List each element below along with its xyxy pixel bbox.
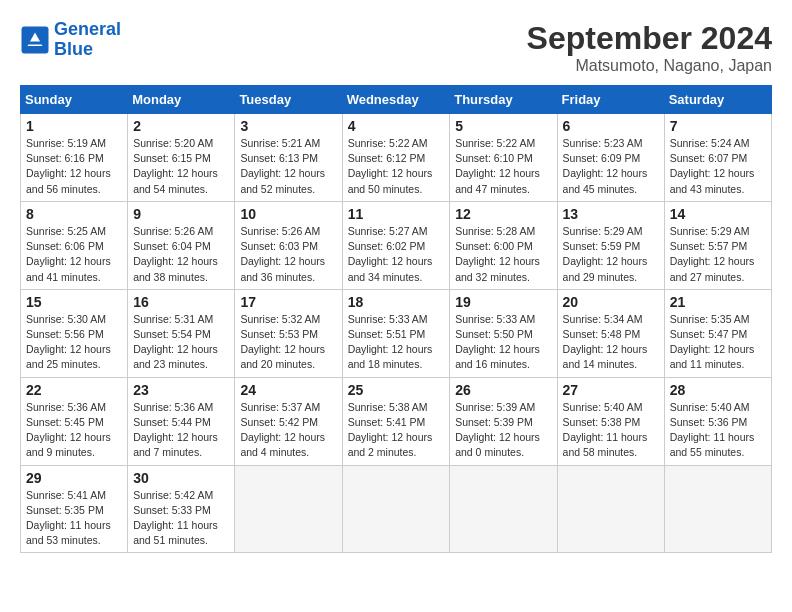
day-info: Sunrise: 5:22 AM Sunset: 6:12 PM Dayligh… <box>348 136 445 197</box>
svg-rect-2 <box>28 41 43 44</box>
col-sunday: Sunday <box>21 86 128 114</box>
day-number: 28 <box>670 382 766 398</box>
calendar-week-row: 22Sunrise: 5:36 AM Sunset: 5:45 PM Dayli… <box>21 377 772 465</box>
day-number: 1 <box>26 118 122 134</box>
day-info: Sunrise: 5:38 AM Sunset: 5:41 PM Dayligh… <box>348 400 445 461</box>
table-row: 26Sunrise: 5:39 AM Sunset: 5:39 PM Dayli… <box>450 377 557 465</box>
day-info: Sunrise: 5:42 AM Sunset: 5:33 PM Dayligh… <box>133 488 229 549</box>
day-number: 23 <box>133 382 229 398</box>
day-info: Sunrise: 5:26 AM Sunset: 6:03 PM Dayligh… <box>240 224 336 285</box>
day-info: Sunrise: 5:29 AM Sunset: 5:59 PM Dayligh… <box>563 224 659 285</box>
day-info: Sunrise: 5:21 AM Sunset: 6:13 PM Dayligh… <box>240 136 336 197</box>
day-number: 16 <box>133 294 229 310</box>
table-row: 7Sunrise: 5:24 AM Sunset: 6:07 PM Daylig… <box>664 114 771 202</box>
day-info: Sunrise: 5:19 AM Sunset: 6:16 PM Dayligh… <box>26 136 122 197</box>
day-info: Sunrise: 5:24 AM Sunset: 6:07 PM Dayligh… <box>670 136 766 197</box>
calendar-header-row: Sunday Monday Tuesday Wednesday Thursday… <box>21 86 772 114</box>
day-number: 2 <box>133 118 229 134</box>
day-info: Sunrise: 5:41 AM Sunset: 5:35 PM Dayligh… <box>26 488 122 549</box>
day-info: Sunrise: 5:32 AM Sunset: 5:53 PM Dayligh… <box>240 312 336 373</box>
header: General Blue September 2024 Matsumoto, N… <box>20 20 772 75</box>
day-info: Sunrise: 5:20 AM Sunset: 6:15 PM Dayligh… <box>133 136 229 197</box>
day-number: 21 <box>670 294 766 310</box>
table-row: 24Sunrise: 5:37 AM Sunset: 5:42 PM Dayli… <box>235 377 342 465</box>
day-info: Sunrise: 5:28 AM Sunset: 6:00 PM Dayligh… <box>455 224 551 285</box>
table-row: 20Sunrise: 5:34 AM Sunset: 5:48 PM Dayli… <box>557 289 664 377</box>
table-row: 29Sunrise: 5:41 AM Sunset: 5:35 PM Dayli… <box>21 465 128 553</box>
table-row: 9Sunrise: 5:26 AM Sunset: 6:04 PM Daylig… <box>128 201 235 289</box>
day-number: 17 <box>240 294 336 310</box>
title-area: September 2024 Matsumoto, Nagano, Japan <box>527 20 772 75</box>
day-info: Sunrise: 5:36 AM Sunset: 5:45 PM Dayligh… <box>26 400 122 461</box>
day-number: 19 <box>455 294 551 310</box>
day-info: Sunrise: 5:37 AM Sunset: 5:42 PM Dayligh… <box>240 400 336 461</box>
table-row <box>557 465 664 553</box>
day-number: 6 <box>563 118 659 134</box>
table-row: 10Sunrise: 5:26 AM Sunset: 6:03 PM Dayli… <box>235 201 342 289</box>
table-row <box>664 465 771 553</box>
table-row: 21Sunrise: 5:35 AM Sunset: 5:47 PM Dayli… <box>664 289 771 377</box>
table-row: 14Sunrise: 5:29 AM Sunset: 5:57 PM Dayli… <box>664 201 771 289</box>
day-number: 20 <box>563 294 659 310</box>
day-number: 22 <box>26 382 122 398</box>
day-number: 30 <box>133 470 229 486</box>
col-monday: Monday <box>128 86 235 114</box>
day-info: Sunrise: 5:30 AM Sunset: 5:56 PM Dayligh… <box>26 312 122 373</box>
col-wednesday: Wednesday <box>342 86 450 114</box>
day-info: Sunrise: 5:22 AM Sunset: 6:10 PM Dayligh… <box>455 136 551 197</box>
table-row: 22Sunrise: 5:36 AM Sunset: 5:45 PM Dayli… <box>21 377 128 465</box>
day-info: Sunrise: 5:40 AM Sunset: 5:36 PM Dayligh… <box>670 400 766 461</box>
day-info: Sunrise: 5:25 AM Sunset: 6:06 PM Dayligh… <box>26 224 122 285</box>
col-tuesday: Tuesday <box>235 86 342 114</box>
day-number: 9 <box>133 206 229 222</box>
table-row: 4Sunrise: 5:22 AM Sunset: 6:12 PM Daylig… <box>342 114 450 202</box>
table-row: 27Sunrise: 5:40 AM Sunset: 5:38 PM Dayli… <box>557 377 664 465</box>
table-row <box>235 465 342 553</box>
day-number: 24 <box>240 382 336 398</box>
day-number: 10 <box>240 206 336 222</box>
day-info: Sunrise: 5:29 AM Sunset: 5:57 PM Dayligh… <box>670 224 766 285</box>
day-number: 7 <box>670 118 766 134</box>
day-number: 26 <box>455 382 551 398</box>
day-number: 14 <box>670 206 766 222</box>
col-saturday: Saturday <box>664 86 771 114</box>
table-row: 28Sunrise: 5:40 AM Sunset: 5:36 PM Dayli… <box>664 377 771 465</box>
day-number: 13 <box>563 206 659 222</box>
day-info: Sunrise: 5:27 AM Sunset: 6:02 PM Dayligh… <box>348 224 445 285</box>
day-number: 3 <box>240 118 336 134</box>
table-row: 12Sunrise: 5:28 AM Sunset: 6:00 PM Dayli… <box>450 201 557 289</box>
table-row: 30Sunrise: 5:42 AM Sunset: 5:33 PM Dayli… <box>128 465 235 553</box>
day-info: Sunrise: 5:35 AM Sunset: 5:47 PM Dayligh… <box>670 312 766 373</box>
table-row: 11Sunrise: 5:27 AM Sunset: 6:02 PM Dayli… <box>342 201 450 289</box>
logo-text: General Blue <box>54 20 121 60</box>
table-row: 18Sunrise: 5:33 AM Sunset: 5:51 PM Dayli… <box>342 289 450 377</box>
day-number: 12 <box>455 206 551 222</box>
day-info: Sunrise: 5:40 AM Sunset: 5:38 PM Dayligh… <box>563 400 659 461</box>
day-number: 27 <box>563 382 659 398</box>
day-info: Sunrise: 5:36 AM Sunset: 5:44 PM Dayligh… <box>133 400 229 461</box>
calendar-week-row: 29Sunrise: 5:41 AM Sunset: 5:35 PM Dayli… <box>21 465 772 553</box>
table-row: 2Sunrise: 5:20 AM Sunset: 6:15 PM Daylig… <box>128 114 235 202</box>
table-row <box>342 465 450 553</box>
calendar-week-row: 1Sunrise: 5:19 AM Sunset: 6:16 PM Daylig… <box>21 114 772 202</box>
day-info: Sunrise: 5:33 AM Sunset: 5:50 PM Dayligh… <box>455 312 551 373</box>
calendar-week-row: 8Sunrise: 5:25 AM Sunset: 6:06 PM Daylig… <box>21 201 772 289</box>
day-number: 25 <box>348 382 445 398</box>
day-info: Sunrise: 5:23 AM Sunset: 6:09 PM Dayligh… <box>563 136 659 197</box>
table-row: 16Sunrise: 5:31 AM Sunset: 5:54 PM Dayli… <box>128 289 235 377</box>
table-row: 1Sunrise: 5:19 AM Sunset: 6:16 PM Daylig… <box>21 114 128 202</box>
calendar-week-row: 15Sunrise: 5:30 AM Sunset: 5:56 PM Dayli… <box>21 289 772 377</box>
calendar-table: Sunday Monday Tuesday Wednesday Thursday… <box>20 85 772 553</box>
day-info: Sunrise: 5:33 AM Sunset: 5:51 PM Dayligh… <box>348 312 445 373</box>
table-row: 5Sunrise: 5:22 AM Sunset: 6:10 PM Daylig… <box>450 114 557 202</box>
col-thursday: Thursday <box>450 86 557 114</box>
col-friday: Friday <box>557 86 664 114</box>
table-row: 8Sunrise: 5:25 AM Sunset: 6:06 PM Daylig… <box>21 201 128 289</box>
table-row <box>450 465 557 553</box>
day-number: 5 <box>455 118 551 134</box>
day-info: Sunrise: 5:39 AM Sunset: 5:39 PM Dayligh… <box>455 400 551 461</box>
table-row: 25Sunrise: 5:38 AM Sunset: 5:41 PM Dayli… <box>342 377 450 465</box>
location: Matsumoto, Nagano, Japan <box>527 57 772 75</box>
day-number: 8 <box>26 206 122 222</box>
day-number: 4 <box>348 118 445 134</box>
